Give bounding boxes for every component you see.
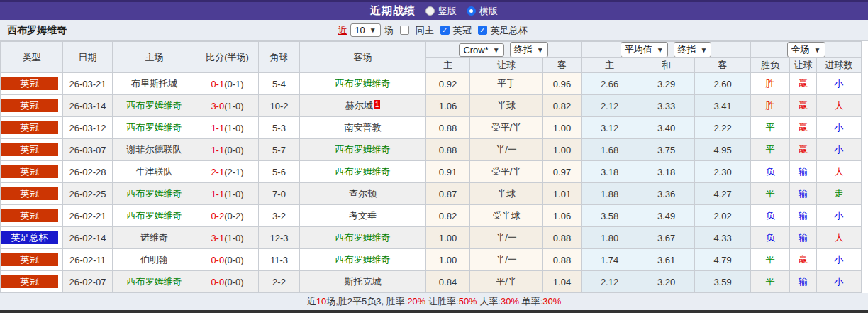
winloss-result-cell: 胜 bbox=[751, 95, 790, 117]
league-checkbox[interactable]: ✓ bbox=[440, 26, 450, 35]
avg-home-cell: 3.58 bbox=[582, 205, 638, 227]
table-row: 英冠 26-03-14 西布罗姆维奇 3-0(1-0) 10-2 赫尔城1 1.… bbox=[1, 95, 862, 117]
avg-away-cell: 2.22 bbox=[695, 117, 751, 139]
winloss-result-cell: 平 bbox=[751, 183, 790, 205]
score-cell: 3-1(1-0) bbox=[196, 227, 259, 249]
winloss-result-cell: 平 bbox=[751, 249, 790, 271]
view-option-vertical[interactable]: 竖版 bbox=[425, 5, 457, 18]
odds-stage-select[interactable]: 终指 ▼ bbox=[510, 42, 548, 57]
score-cell: 0-2(0-2) bbox=[196, 205, 259, 227]
away-team-cell[interactable]: 斯托克城 bbox=[300, 271, 426, 293]
score-cell: 1-1(1-0) bbox=[196, 183, 259, 205]
avg-away-cell: 3.41 bbox=[695, 95, 751, 117]
away-team-cell[interactable]: 赫尔城1 bbox=[300, 95, 426, 117]
radio-selected-icon[interactable] bbox=[467, 6, 476, 16]
score-cell: 1-1(1-0) bbox=[196, 117, 259, 139]
away-team-name: 西布罗姆维奇 bbox=[335, 232, 391, 243]
away-team-cell[interactable]: 西布罗姆维奇 bbox=[300, 139, 426, 161]
chevron-down-icon: ▼ bbox=[493, 46, 500, 54]
select-value: 终指 bbox=[678, 43, 696, 56]
radio-unselected-icon[interactable] bbox=[425, 6, 435, 16]
odds-home-cell: 1.06 bbox=[426, 95, 470, 117]
sub-header-winloss: 胜负 bbox=[751, 58, 790, 73]
avg-home-cell: 1.80 bbox=[582, 227, 638, 249]
avg-draw-cell: 3.33 bbox=[638, 95, 695, 117]
radio-label: 横版 bbox=[479, 5, 498, 18]
chevron-down-icon: ▼ bbox=[814, 46, 821, 54]
bottom-edge bbox=[0, 310, 868, 313]
goals-result-cell: 大 bbox=[817, 227, 862, 249]
chevron-down-icon: ▼ bbox=[537, 46, 544, 54]
recent-link[interactable]: 近 bbox=[338, 24, 347, 37]
corners-cell: 11-3 bbox=[259, 249, 300, 271]
summary-part: 场,胜2平5负3, 胜率: bbox=[326, 296, 407, 307]
view-option-horizontal[interactable]: 横版 bbox=[467, 5, 498, 18]
home-team-cell[interactable]: 牛津联队 bbox=[113, 161, 196, 183]
chevron-down-icon: ▼ bbox=[657, 46, 664, 54]
home-team-cell[interactable]: 西布罗姆维奇 bbox=[113, 95, 196, 117]
same-home-checkbox[interactable] bbox=[400, 26, 409, 35]
europe-stage-select[interactable]: 终指 ▼ bbox=[674, 42, 712, 57]
handicap-result-cell: 赢 bbox=[790, 117, 817, 139]
col-header-type: 类型 bbox=[1, 42, 63, 73]
home-team-cell[interactable]: 西布罗姆维奇 bbox=[113, 205, 196, 227]
home-team-cell[interactable]: 西布罗姆维奇 bbox=[113, 183, 196, 205]
date-cell: 26-03-21 bbox=[63, 73, 113, 95]
away-team-name: 西布罗姆维奇 bbox=[335, 254, 391, 265]
odds-company-select[interactable]: Crow* ▼ bbox=[459, 43, 503, 57]
europe-company-select[interactable]: 平均值 ▼ bbox=[621, 42, 668, 57]
away-team-cell[interactable]: 西布罗姆维奇 bbox=[300, 161, 426, 183]
summary-text: 近10场,胜2平5负3, 胜率:20% 让胜率:50% 大率:30% 单率:30… bbox=[307, 295, 561, 308]
away-team-name: 斯托克城 bbox=[345, 276, 382, 287]
handicap-cell: 受半球 bbox=[470, 205, 543, 227]
halftime-score: (1-0) bbox=[224, 233, 243, 243]
home-team-cell[interactable]: 西布罗姆维奇 bbox=[113, 271, 196, 293]
halftime-score: (1-0) bbox=[224, 123, 243, 133]
title-bar: 近期战绩 竖版 横版 bbox=[0, 0, 868, 20]
odds-home-cell: 1.00 bbox=[426, 227, 470, 249]
odds-home-cell: 0.82 bbox=[426, 205, 470, 227]
home-team-cell[interactable]: 西布罗姆维奇 bbox=[113, 117, 196, 139]
handicap-result-cell: 输 bbox=[790, 183, 817, 205]
home-team-cell[interactable]: 诺维奇 bbox=[113, 227, 196, 249]
home-team-cell[interactable]: 布里斯托城 bbox=[113, 73, 196, 95]
match-count-select[interactable]: 10 ▼ bbox=[350, 23, 380, 37]
away-team-cell[interactable]: 西布罗姆维奇 bbox=[300, 227, 426, 249]
away-team-cell[interactable]: 西布罗姆维奇 bbox=[300, 73, 426, 95]
away-team-cell[interactable]: 考文垂 bbox=[300, 205, 426, 227]
halftime-score: (0-2) bbox=[224, 211, 243, 221]
facup-checkbox[interactable]: ✓ bbox=[478, 26, 487, 35]
goals-result-cell: 小 bbox=[817, 271, 862, 293]
odds-away-cell: 0.97 bbox=[543, 161, 582, 183]
select-value: Crow* bbox=[463, 45, 488, 55]
goals-result-cell: 大 bbox=[817, 161, 862, 183]
date-cell: 26-02-14 bbox=[63, 227, 113, 249]
summary-part: 单率: bbox=[519, 296, 542, 307]
score-cell: 0-0(0-0) bbox=[196, 249, 259, 271]
away-team-cell[interactable]: 南安普敦 bbox=[300, 117, 426, 139]
winloss-result-cell: 负 bbox=[751, 205, 790, 227]
table-row: 英冠 26-03-21 布里斯托城 0-1(0-1) 5-4 西布罗姆维奇 0.… bbox=[1, 73, 862, 95]
corners-cell: 12-3 bbox=[259, 227, 300, 249]
match-type-badge: 英冠 bbox=[1, 249, 63, 271]
home-team-cell[interactable]: 谢菲尔德联队 bbox=[113, 139, 196, 161]
chevron-down-icon: ▼ bbox=[701, 46, 708, 54]
scope-select[interactable]: 全场 ▼ bbox=[787, 42, 825, 57]
select-value: 平均值 bbox=[625, 43, 652, 56]
match-type-badge: 英冠 bbox=[1, 183, 63, 205]
halftime-score: (0-0) bbox=[224, 255, 243, 265]
select-value: 全场 bbox=[791, 43, 810, 56]
goals-result-cell: 大 bbox=[817, 95, 862, 117]
match-type-badge: 英足总杯 bbox=[1, 227, 63, 249]
corners-cell: 5-4 bbox=[259, 73, 300, 95]
date-cell: 26-02-11 bbox=[63, 249, 113, 271]
away-team-cell[interactable]: 西布罗姆维奇 bbox=[300, 249, 426, 271]
odds-away-cell: 0.88 bbox=[543, 227, 582, 249]
odds-away-cell: 0.96 bbox=[543, 73, 582, 95]
away-team-cell[interactable]: 查尔顿 bbox=[300, 183, 426, 205]
odds-home-cell: 0.87 bbox=[426, 183, 470, 205]
halftime-score: (1-0) bbox=[224, 189, 243, 199]
handicap-cell: 半/一 bbox=[470, 249, 543, 271]
home-team-cell[interactable]: 伯明翰 bbox=[113, 249, 196, 271]
odds-away-cell: 1.00 bbox=[543, 139, 582, 161]
